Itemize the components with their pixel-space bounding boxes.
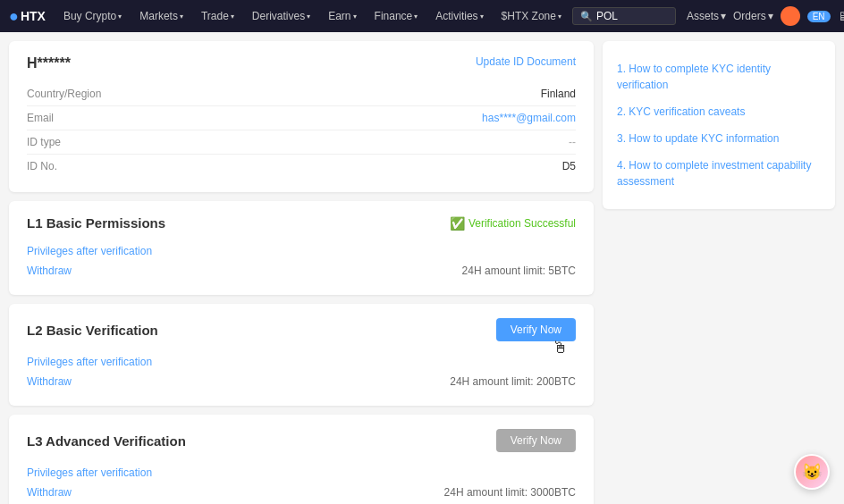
- idno-row: ID No. D5: [27, 155, 576, 178]
- idtype-label: ID type: [27, 136, 61, 148]
- l2-withdraw-limit: 24H amount limit: 200BTC: [450, 375, 576, 388]
- nav-right-section: Assets ▾ Orders ▾ EN 🖥 📱 ⚙: [687, 6, 844, 26]
- l3-privileges-label: Privileges after verification: [27, 466, 152, 479]
- derivatives-caret-icon: ▾: [307, 13, 310, 21]
- idno-label: ID No.: [27, 160, 57, 172]
- l3-header: L3 Advanced Verification Verify Now: [27, 429, 576, 452]
- chat-button[interactable]: 😺: [794, 454, 830, 490]
- l2-withdraw-row: Withdraw 24H amount limit: 200BTC: [27, 372, 576, 391]
- email-row: Email has****@gmail.com: [27, 106, 576, 130]
- idtype-row: ID type --: [27, 130, 576, 155]
- idno-value: D5: [562, 160, 576, 172]
- nav-trade[interactable]: Trade ▾: [194, 10, 241, 22]
- l1-privileges-row: Privileges after verification: [27, 241, 576, 261]
- logo[interactable]: ● HTX: [9, 7, 46, 26]
- l1-privileges-label: Privileges after verification: [27, 245, 152, 257]
- l1-header: L1 Basic Permissions ✅ Verification Succ…: [27, 215, 576, 231]
- markets-caret-icon: ▾: [180, 13, 183, 21]
- help-item-3[interactable]: 3. How to update KYC information: [617, 125, 821, 152]
- country-row: Country/Region Finland: [27, 82, 576, 106]
- nav-htx-zone[interactable]: $HTX Zone ▾: [494, 10, 569, 22]
- l2-header: L2 Basic Verification Verify Now 🖱: [27, 318, 576, 341]
- l3-privileges-row: Privileges after verification: [27, 463, 576, 483]
- l3-card: L3 Advanced Verification Verify Now Priv…: [9, 415, 594, 504]
- logo-text: HTX: [21, 9, 46, 23]
- l3-withdraw-row: Withdraw 24H amount limit: 3000BTC: [27, 483, 576, 502]
- chat-avatar: 😺: [796, 456, 828, 488]
- help-item-4[interactable]: 4. How to complete investment capability…: [617, 152, 821, 195]
- l1-withdraw-limit: 24H amount limit: 5BTC: [462, 265, 576, 277]
- help-card: 1. How to complete KYC identity verifica…: [603, 41, 835, 209]
- htxzone-caret-icon: ▾: [558, 13, 561, 21]
- l2-title: L2 Basic Verification: [27, 323, 158, 338]
- nav-markets[interactable]: Markets ▾: [132, 10, 190, 22]
- assets-button[interactable]: Assets ▾: [687, 10, 726, 22]
- search-input[interactable]: [596, 10, 668, 22]
- country-label: Country/Region: [27, 88, 101, 100]
- check-icon: ✅: [450, 216, 465, 231]
- search-icon: 🔍: [580, 11, 593, 22]
- l1-title: L1 Basic Permissions: [27, 215, 165, 231]
- search-box[interactable]: 🔍: [572, 7, 676, 25]
- email-value: has****@gmail.com: [482, 112, 576, 124]
- country-value: Finland: [541, 88, 576, 100]
- l2-verify-container: Verify Now 🖱: [496, 318, 576, 341]
- user-info-card: H****** Update ID Document Country/Regio…: [9, 41, 594, 192]
- avatar[interactable]: [781, 6, 800, 26]
- l1-status: ✅ Verification Successful: [450, 216, 576, 231]
- activities-caret-icon: ▾: [480, 13, 484, 21]
- idtype-value: --: [569, 136, 576, 148]
- nav-activities[interactable]: Activities ▾: [428, 10, 490, 22]
- orders-button[interactable]: Orders ▾: [733, 10, 773, 22]
- help-item-2[interactable]: 2. KYC verification caveats: [617, 98, 821, 125]
- username-row: H****** Update ID Document: [27, 55, 576, 71]
- l1-withdraw-row: Withdraw 24H amount limit: 5BTC: [27, 261, 576, 281]
- right-panel: 1. How to complete KYC identity verifica…: [603, 41, 835, 495]
- trade-caret-icon: ▾: [231, 13, 234, 21]
- orders-caret-icon: ▾: [768, 10, 773, 22]
- l3-title: L3 Advanced Verification: [27, 433, 186, 449]
- nav-derivatives[interactable]: Derivatives ▾: [245, 10, 317, 22]
- username: H******: [27, 55, 71, 71]
- l2-card: L2 Basic Verification Verify Now 🖱 Privi…: [9, 304, 594, 406]
- l2-verify-button[interactable]: Verify Now: [496, 318, 576, 341]
- email-label: Email: [27, 112, 54, 124]
- nav-finance[interactable]: Finance ▾: [367, 10, 426, 22]
- l3-withdraw-limit: 24H amount limit: 3000BTC: [444, 486, 576, 499]
- nav-buy-crypto[interactable]: Buy Crypto ▾: [56, 10, 129, 22]
- finance-caret-icon: ▾: [414, 13, 418, 21]
- buy-crypto-caret-icon: ▾: [118, 13, 122, 21]
- earn-caret-icon: ▾: [353, 13, 357, 21]
- monitor-icon[interactable]: 🖥: [838, 9, 844, 23]
- l3-verify-button[interactable]: Verify Now: [496, 429, 576, 452]
- l3-withdraw-label: Withdraw: [27, 486, 72, 499]
- content-area: H****** Update ID Document Country/Regio…: [0, 32, 844, 504]
- l2-privileges-label: Privileges after verification: [27, 356, 152, 368]
- left-panel: H****** Update ID Document Country/Regio…: [9, 41, 594, 495]
- l1-withdraw-label: Withdraw: [27, 265, 72, 277]
- language-toggle[interactable]: EN: [807, 11, 831, 22]
- navbar: ● HTX Buy Crypto ▾ Markets ▾ Trade ▾ Der…: [0, 0, 844, 32]
- assets-caret-icon: ▾: [721, 10, 726, 22]
- nav-earn[interactable]: Earn ▾: [321, 10, 363, 22]
- l2-privileges-row: Privileges after verification: [27, 352, 576, 372]
- help-item-1[interactable]: 1. How to complete KYC identity verifica…: [617, 55, 821, 98]
- update-id-link[interactable]: Update ID Document: [476, 55, 576, 68]
- l1-status-text: Verification Successful: [468, 217, 576, 230]
- l1-card: L1 Basic Permissions ✅ Verification Succ…: [9, 201, 594, 295]
- l2-withdraw-label: Withdraw: [27, 375, 72, 388]
